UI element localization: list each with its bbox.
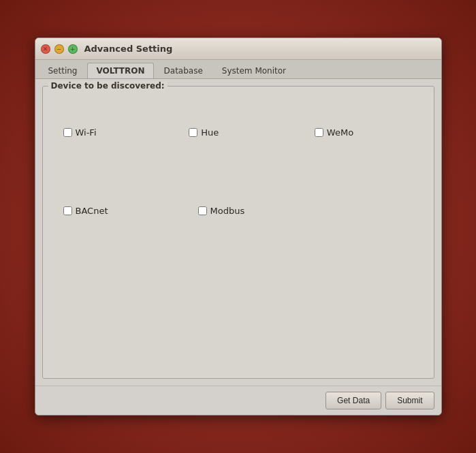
advanced-setting-window: ✕ − + Advanced Setting Setting VOLTTRON … — [35, 37, 442, 416]
tabs-bar: Setting VOLTTRON Database System Monitor — [35, 60, 441, 79]
device-bacnet-item: BACnet — [50, 199, 185, 223]
maximize-button[interactable]: + — [68, 44, 78, 54]
hue-checkbox[interactable] — [189, 128, 197, 137]
modbus-label: Modbus — [210, 206, 245, 216]
tab-system-monitor[interactable]: System Monitor — [213, 63, 295, 78]
wifi-checkbox[interactable] — [63, 128, 72, 137]
modbus-checkbox[interactable] — [198, 206, 207, 215]
wifi-label: Wi-Fi — [76, 127, 97, 138]
get-data-button[interactable]: Get Data — [326, 392, 381, 409]
submit-button[interactable]: Submit — [385, 392, 434, 409]
content-area: Device to be discovered: Wi-Fi Hue WeMo — [35, 79, 441, 386]
window-controls: ✕ − + — [41, 44, 78, 54]
bacnet-checkbox[interactable] — [63, 206, 72, 215]
spacer — [50, 144, 427, 199]
wemo-checkbox[interactable] — [315, 128, 323, 137]
footer: Get Data Submit — [35, 386, 441, 415]
tab-database[interactable]: Database — [155, 63, 212, 78]
wemo-label: WeMo — [327, 127, 353, 138]
device-wifi-item: Wi-Fi — [50, 121, 176, 144]
hue-label: Hue — [201, 127, 219, 138]
device-hue-item: Hue — [175, 121, 301, 144]
titlebar: ✕ − + Advanced Setting — [35, 38, 441, 60]
device-modbus-item: Modbus — [185, 199, 319, 223]
device-discovery-group: Device to be discovered: Wi-Fi Hue WeMo — [42, 86, 434, 379]
bacnet-label: BACnet — [76, 206, 108, 216]
close-button[interactable]: ✕ — [41, 44, 50, 54]
tab-volttron[interactable]: VOLTTRON — [87, 63, 153, 78]
group-box-legend: Device to be discovered: — [48, 81, 168, 91]
device-wemo-item: WeMo — [301, 121, 427, 144]
minimize-button[interactable]: − — [54, 44, 64, 54]
window-title: Advanced Setting — [84, 44, 173, 54]
tab-setting[interactable]: Setting — [39, 63, 86, 78]
